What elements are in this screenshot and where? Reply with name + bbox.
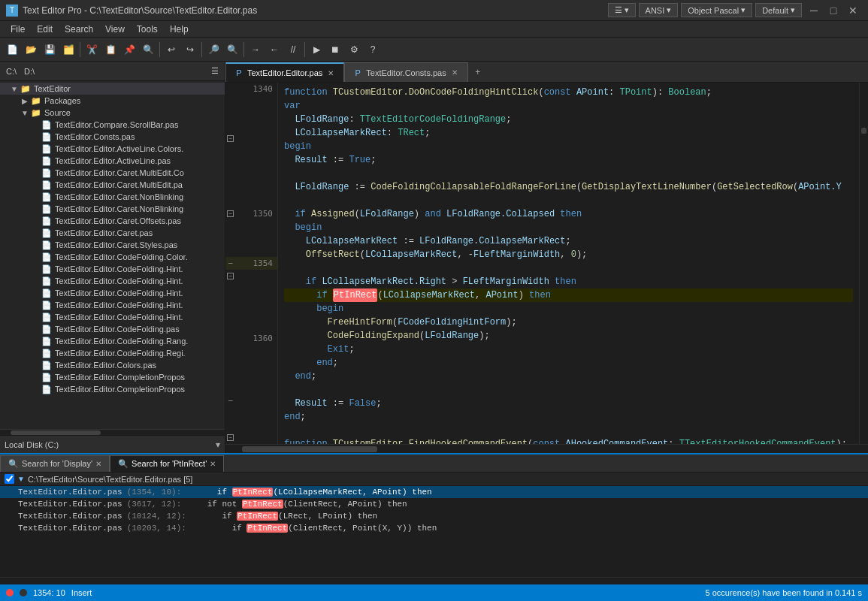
search-results[interactable]: ▼ C:\TextEditor\Source\TextEditor.Editor… (0, 473, 868, 577)
menu-search[interactable]: Search (59, 23, 99, 36)
tb-save[interactable]: 💾 (41, 41, 59, 59)
filetree-hscrollbar[interactable] (0, 429, 225, 435)
list-item[interactable]: 📄TextEditor.Editor.CodeFolding.Color. (0, 251, 225, 263)
bottom-tab-display[interactable]: 🔍 Search for 'Display' ✕ (0, 455, 110, 472)
menu-file[interactable]: File (5, 23, 31, 36)
tb-zoom-out[interactable]: 🔍 (223, 41, 241, 59)
hscroll-thumb[interactable] (242, 446, 377, 452)
fold-close-marker[interactable]: − (225, 210, 236, 217)
tb-new[interactable]: 📄 (3, 41, 21, 59)
tree-item-texteditor[interactable]: ▼ 📁 TextEditor (0, 83, 225, 95)
tab-editor-pas[interactable]: P TextEditor.Editor.pas ✕ (225, 62, 344, 82)
search-result-row[interactable]: TextEditor.Editor.pas (3617, 12): if not… (0, 498, 868, 510)
language-button[interactable]: Object Pascal ▾ (681, 3, 752, 17)
list-item[interactable]: 📄TextEditor.Editor.ActiveLine.Colors. (0, 143, 225, 155)
search-group-header[interactable]: ▼ C:\TextEditor\Source\TextEditor.Editor… (0, 473, 868, 486)
tb-undo[interactable]: ↩ (162, 41, 180, 59)
drive-c[interactable]: C:\ (3, 66, 20, 77)
list-item[interactable]: 📄TextEditor.Editor.Caret.pas (0, 227, 225, 239)
search-group-checkbox[interactable] (5, 474, 14, 484)
list-item[interactable]: 📄TextEditor.Compare.ScrollBar.pas (0, 119, 225, 131)
tb-cut[interactable]: ✂️ (83, 41, 101, 59)
fold-marker[interactable]: − (225, 396, 236, 406)
tb-open[interactable]: 📂 (22, 41, 40, 59)
list-item[interactable]: 📄TextEditor.Editor.CodeFolding.Hint. (0, 311, 225, 323)
tree-item-packages[interactable]: ▶ 📁 Packages (0, 95, 225, 107)
editor-hscrollbar[interactable] (225, 444, 868, 453)
tab-consts-pas[interactable]: P TextEditor.Consts.pas ✕ (344, 62, 467, 82)
file-icon: 📄 (41, 372, 53, 382)
tb-paste[interactable]: 📌 (120, 41, 138, 59)
fold-close-marker[interactable]: − (225, 258, 236, 268)
tb-comment[interactable]: // (284, 41, 302, 59)
theme-button[interactable]: Default ▾ (755, 3, 802, 17)
menu-edit[interactable]: Edit (31, 23, 59, 36)
tb-outdent[interactable]: ← (265, 41, 283, 59)
drive-d[interactable]: D:\ (21, 66, 38, 77)
list-item[interactable]: 📄TextEditor.Editor.Caret.MultiEdit.pa (0, 179, 225, 191)
encoding-button[interactable]: ANSI ▾ (639, 3, 679, 17)
maximize-button[interactable]: □ (824, 4, 842, 17)
list-item[interactable]: 📄TextEditor.Editor.CodeFolding.Regi. (0, 347, 225, 359)
tb-stop[interactable]: ⏹ (326, 41, 344, 59)
list-item[interactable]: 📄TextEditor.Editor.Caret.NonBlinking (0, 191, 225, 203)
tb-save-all[interactable]: 🗂️ (59, 41, 77, 59)
tree-item-source[interactable]: ▼ 📁 Source (0, 107, 225, 119)
filetree-dropdown[interactable]: ▾ (216, 439, 220, 450)
list-item[interactable]: 📄TextEditor.Editor.Caret.Styles.pas (0, 239, 225, 251)
bottom-tab-ptinrect[interactable]: 🔍 Search for 'PtInRect' ✕ (110, 455, 224, 472)
tb-zoom-in[interactable]: 🔎 (204, 41, 222, 59)
expander-source[interactable]: ▼ (20, 109, 30, 117)
list-item[interactable]: 📄TextEditor.Editor.CodeFolding.Rang. (0, 335, 225, 347)
list-item[interactable]: 📄TextEditor.Editor.CodeFolding.pas (0, 323, 225, 335)
list-item[interactable]: 📄TextEditor.Editor.Colors.pas (0, 359, 225, 371)
list-item[interactable]: 📄TextEditor.Editor.CompletionPropos (0, 371, 225, 383)
tb-run[interactable]: ▶ (307, 41, 325, 59)
search-result-row[interactable]: TextEditor.Editor.pas (10203, 14): if Pt… (0, 522, 868, 534)
fold-close-marker[interactable]: − (225, 135, 236, 142)
close-button[interactable]: ✕ (844, 4, 862, 17)
list-item[interactable]: 📄TextEditor.Editor.CompletionPropos (0, 383, 225, 395)
tab-close-consts[interactable]: ✕ (449, 68, 460, 78)
menu-view[interactable]: View (99, 23, 131, 36)
tab-close-editor[interactable]: ✕ (325, 68, 336, 78)
filetree-tree[interactable]: ▼ 📁 TextEditor ▶ 📁 Packages ▼ 📁 Source 📄… (0, 81, 225, 429)
expander-texteditor[interactable]: ▼ (9, 85, 20, 93)
list-item[interactable]: 📄TextEditor.Editor.Caret.Offsets.pas (0, 215, 225, 227)
list-item[interactable]: 📄TextEditor.Editor.CodeFolding.Hint. (0, 275, 225, 287)
tb-indent[interactable]: → (246, 41, 265, 59)
tb-help[interactable]: ? (364, 41, 382, 59)
filetree-list-view[interactable]: ☰ (208, 65, 222, 77)
list-item[interactable]: 📄TextEditor.Editor.CodeFolding.Hint. (0, 263, 225, 275)
fold-close-marker[interactable]: − (225, 434, 236, 441)
file-icon: 📄 (41, 216, 53, 226)
list-item[interactable]: 📄TextEditor.Editor.ActiveLine.pas (0, 155, 225, 167)
code-line (284, 167, 853, 180)
folder-icon-source: 📁 (30, 107, 42, 118)
tb-copy[interactable]: 📋 (101, 41, 119, 59)
list-item[interactable]: 📄TextEditor.Editor.CodeFolding.Hint. (0, 287, 225, 299)
tb-settings[interactable]: ⚙ (345, 41, 363, 59)
menu-help[interactable]: Help (164, 23, 195, 36)
tab-add-button[interactable]: + (468, 62, 488, 82)
tb-find[interactable]: 🔍 (139, 41, 157, 59)
bottom-tab-display-close[interactable]: ✕ (95, 460, 101, 468)
search-result-row[interactable]: TextEditor.Editor.pas (1354, 10): if PtI… (0, 486, 868, 498)
list-item[interactable]: 📄TextEditor.Editor.Caret.MultiEdit.Co (0, 167, 225, 179)
list-item[interactable]: 📄TextEditor.Editor.Caret.NonBlinking (0, 203, 225, 215)
search-result-row[interactable]: TextEditor.Editor.pas (10124, 12): if Pt… (0, 510, 868, 522)
bottom-tab-ptinrect-close[interactable]: ✕ (210, 460, 216, 468)
list-item[interactable]: 📄TextEditor.Editor.CodeFolding.Hint. (0, 299, 225, 311)
menu-tools[interactable]: Tools (131, 23, 164, 36)
vscroll-thumb[interactable] (861, 128, 866, 134)
code-editor[interactable]: function TCustomEditor.DoOnCodeFoldingHi… (278, 83, 859, 444)
hamburger-button[interactable]: ☰ ▾ (608, 3, 636, 17)
minimize-button[interactable]: ─ (805, 4, 823, 17)
bottom-vscrollbar[interactable] (0, 577, 868, 584)
list-item[interactable]: 📄TextEditor.Consts.pas (0, 131, 225, 143)
editor-vscrollbar[interactable] (859, 83, 868, 444)
expander-packages[interactable]: ▶ (20, 97, 30, 105)
tb-redo[interactable]: ↪ (181, 41, 199, 59)
fold-close-marker[interactable]: − (225, 273, 236, 279)
tree-file-label: TextEditor.Editor.Colors.pas (55, 361, 156, 370)
